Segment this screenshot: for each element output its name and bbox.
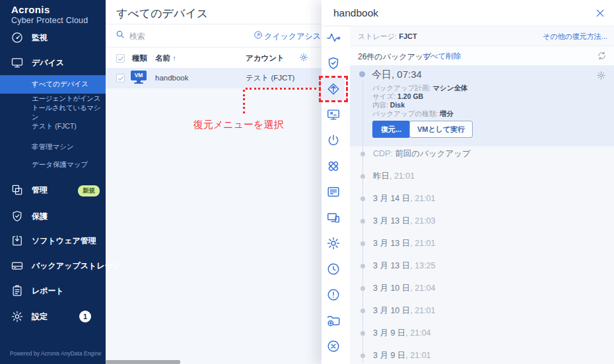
run-as-vm-button[interactable]: VMとして実行 xyxy=(409,121,473,138)
row-checkbox[interactable] xyxy=(116,74,125,82)
powered-by-text: Powered by Acronis AnyData Engine xyxy=(10,350,101,357)
backup-list-item[interactable]: 3 月 13 日, 21:01 xyxy=(350,236,614,251)
backup-plan-field: バックアップ計画: マシン全体 xyxy=(372,84,468,92)
sidebar-item-protection[interactable]: 保護 xyxy=(0,206,106,226)
close-icon[interactable] xyxy=(595,8,605,18)
backup-card-today[interactable]: 今日, 07:34 バックアップ計画: マシン全体 サイズ: 1.20 GB 内… xyxy=(350,66,614,146)
report-icon[interactable] xyxy=(326,185,341,199)
sidebar-item-agent-machines[interactable]: エージェントがインストールされているマシン xyxy=(0,96,106,119)
acronis-console: Acronis Cyber Protect Cloud 監視 デバイス すべての… xyxy=(0,0,614,364)
sidebar-item-all-devices[interactable]: すべてのデバイス xyxy=(0,75,106,94)
backup-card-title: 今日, 07:34 xyxy=(372,69,422,81)
new-badge: 新規 xyxy=(78,185,100,197)
settings-count-badge: 1 xyxy=(79,311,91,322)
sidebar-item-test-fjct[interactable]: テスト (FJCT) xyxy=(0,120,106,133)
shield-check-icon xyxy=(11,210,24,223)
backup-panel-content: ストレージ: FJCT その他の復元方法... 26件のバックアップ すべて削除… xyxy=(350,26,614,364)
device-name: handbook xyxy=(155,74,189,82)
clock-icon[interactable] xyxy=(326,262,341,276)
search-input[interactable]: 検索 xyxy=(129,31,145,42)
backup-list-item[interactable]: 3 月 10 日, 21:04 xyxy=(350,281,614,295)
select-all-checkbox[interactable] xyxy=(116,54,125,63)
backup-type-field: バックアップの種類: 増分 xyxy=(372,109,454,118)
quick-assist-link[interactable]: クイックアシス xyxy=(264,31,321,42)
page-title: すべてのデバイス xyxy=(116,6,208,21)
brand-product: Cyber Protect Cloud xyxy=(11,16,88,25)
backup-list-item[interactable]: 3 月 9 日, 21:01 xyxy=(350,348,614,363)
sidebar-item-management[interactable]: 管理 新規 xyxy=(0,180,106,200)
overlap-squares-icon xyxy=(11,183,24,197)
storage-info: ストレージ: FJCT xyxy=(358,32,417,42)
alert-icon[interactable] xyxy=(326,288,341,302)
quick-assist-icon xyxy=(254,30,263,42)
folder-add-icon[interactable] xyxy=(326,313,341,328)
backup-options-gear-icon[interactable] xyxy=(596,71,606,83)
sidebar-item-reports[interactable]: レポート xyxy=(0,281,106,301)
backup-list-item[interactable]: 3 月 14 日, 21:01 xyxy=(350,191,614,206)
search-icon[interactable] xyxy=(116,30,125,42)
backup-list-item[interactable]: 3 月 13 日, 13:25 xyxy=(350,258,614,273)
sidebar-item-data-protection-map[interactable]: データ保護マップ xyxy=(0,158,106,171)
gauge-icon xyxy=(11,31,24,44)
annotation-label: 復元メニューを選択 xyxy=(193,119,283,131)
sidebar: Acronis Cyber Protect Cloud 監視 デバイス すべての… xyxy=(0,0,106,364)
vm-type-icon: VM xyxy=(131,71,147,85)
horizontal-scrollbar-thumb[interactable] xyxy=(106,360,180,364)
monitor-icon xyxy=(11,56,24,69)
sidebar-item-software-management[interactable]: ソフトウェア管理 xyxy=(0,231,106,251)
backup-list-item[interactable]: CDP: 前回のバックアップ xyxy=(350,146,614,161)
sidebar-item-settings[interactable]: 設定 1 xyxy=(0,307,106,326)
backup-list-item[interactable]: 昨日, 21:01 xyxy=(350,169,614,183)
power-icon[interactable] xyxy=(326,133,341,148)
annotation-highlight-rect xyxy=(319,76,348,102)
device-row-handbook[interactable]: VM handbook テスト (FJCT) xyxy=(106,68,322,88)
devices-icon[interactable] xyxy=(326,210,341,225)
column-header-name[interactable]: 名前 ↑ xyxy=(155,53,176,63)
sidebar-item-devices[interactable]: デバイス xyxy=(0,53,106,73)
patch-icon[interactable] xyxy=(326,159,341,173)
backup-list-item[interactable]: 3 月 10 日, 21:01 xyxy=(350,303,614,318)
sidebar-item-unmanaged[interactable]: 非管理マシン xyxy=(0,140,106,154)
panel-title: handbook xyxy=(333,7,378,19)
backup-size-field: サイズ: 1.20 GB xyxy=(372,92,423,101)
backups-count: 26件のバックアップ xyxy=(358,51,431,63)
drive-icon xyxy=(11,259,24,272)
clipboard-icon xyxy=(11,284,24,297)
main-content: すべてのデバイス 検索 クイックアシス 種類 名前 ↑ アカウント VM han… xyxy=(106,0,322,364)
close-circle-icon[interactable] xyxy=(326,339,341,353)
delete-all-link[interactable]: すべて削除 xyxy=(423,51,461,61)
gear-icon xyxy=(11,310,24,323)
sidebar-item-monitoring[interactable]: 監視 xyxy=(0,28,106,47)
backup-list-item[interactable]: 3 月 9 日, 21:04 xyxy=(350,326,614,340)
brand-logo: Acronis xyxy=(11,4,50,15)
backup-contents-field: 内容: Disk xyxy=(372,101,405,109)
gear-icon[interactable] xyxy=(326,236,341,251)
sidebar-item-backup-storage[interactable]: バックアップストレージ xyxy=(0,256,106,276)
device-detail-panel: handbook ストレージ: FJCT その他の復元方法... xyxy=(322,0,614,364)
column-header-type: 種類 xyxy=(132,53,147,63)
backup-list-item[interactable]: 3 月 13 日, 21:03 xyxy=(350,214,614,228)
activity-icon[interactable] xyxy=(326,30,341,45)
timeline-dot xyxy=(359,71,365,77)
recover-button[interactable]: 復元... xyxy=(372,121,410,138)
sort-asc-icon: ↑ xyxy=(172,54,176,62)
device-account: テスト (FJCT) xyxy=(246,73,294,83)
shield-check-icon[interactable] xyxy=(326,56,341,71)
box-download-icon xyxy=(11,234,24,247)
console-icon[interactable] xyxy=(326,107,341,122)
annotation-dotted-line-horizontal xyxy=(246,88,317,90)
refresh-icon[interactable] xyxy=(597,51,607,63)
column-settings-gear-icon[interactable] xyxy=(299,53,308,65)
annotation-dotted-line-vertical xyxy=(243,90,245,115)
other-recovery-methods-link[interactable]: その他の復元方法... xyxy=(543,32,607,42)
column-header-account: アカウント xyxy=(246,53,285,63)
